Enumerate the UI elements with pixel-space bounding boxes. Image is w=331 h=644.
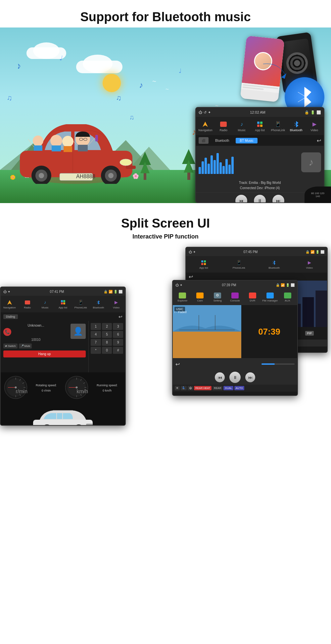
mid-auto-btn[interactable]: AUTO xyxy=(234,386,244,390)
nav-item-bluetooth[interactable]: Bluetooth xyxy=(287,118,305,134)
front-nav-phonelink[interactable]: 📱 PhoneLink xyxy=(72,296,90,312)
mid-prev-btn[interactable]: ⏮ xyxy=(215,372,225,382)
tab-btmusic[interactable]: BT Music xyxy=(236,138,258,143)
front-nav-radio[interactable]: Radio xyxy=(19,296,36,312)
front-nav-music[interactable]: ♪ Music xyxy=(36,296,54,312)
dialing-back[interactable]: ↩ xyxy=(118,314,122,319)
hangup-btn[interactable]: Hang up xyxy=(3,350,86,357)
bird-2: 〜 xyxy=(166,87,169,92)
back-nav-bluetooth[interactable]: Bluetooth xyxy=(257,256,292,273)
key-2[interactable]: 2 xyxy=(102,323,112,330)
play-pause-button[interactable]: ⏸ xyxy=(254,195,266,203)
key-5[interactable]: 5 xyxy=(102,331,112,338)
mid-app-explorer[interactable]: Explorer xyxy=(174,293,191,302)
mid-play-btn[interactable]: ⏸ xyxy=(229,372,241,383)
key-8[interactable]: 8 xyxy=(102,339,112,346)
filemanager-label: File manager xyxy=(262,299,278,302)
key-star[interactable]: * xyxy=(91,347,101,354)
mute-btn[interactable]: 🎤 Mute xyxy=(19,344,32,349)
mid-app-dvr[interactable]: DVR xyxy=(244,293,261,302)
key-9[interactable]: 9 xyxy=(113,339,123,346)
mid-dual-btn[interactable]: DUAL xyxy=(223,386,233,390)
switch-btn[interactable]: ⇄ Switch xyxy=(3,344,18,349)
time-display: 12:02 AM xyxy=(250,110,265,114)
numpad-area: 1 2 3 4 5 6 7 8 9 * 0 # xyxy=(89,321,125,372)
nav-item-video[interactable]: ▶ Video xyxy=(306,118,323,134)
front-wifi-icon: 📶 xyxy=(109,290,113,294)
music-note-6: ♩ xyxy=(179,67,181,75)
nav-item-navigation[interactable]: Navigation xyxy=(197,118,214,134)
mid-ac-power-icon[interactable]: ⏻ xyxy=(188,386,193,390)
rotating-speed-label: Rotating speed: 0 r/min xyxy=(31,383,62,393)
key-hash[interactable]: # xyxy=(113,347,123,354)
battery-icon: 🔋 xyxy=(310,110,315,115)
nav-label-applist: App list xyxy=(255,129,265,132)
mid-time: 07:39 PM xyxy=(222,283,236,287)
nav-item-radio[interactable]: Radio xyxy=(215,118,232,134)
front-nav-navigation[interactable]: Navigation xyxy=(1,296,19,312)
prev-button[interactable]: ⏮ xyxy=(235,195,247,203)
front-music-icon: ♪ xyxy=(41,299,49,305)
svg-marker-38 xyxy=(203,122,208,127)
car-ui-nav[interactable]: Navigation Radio ♪ Music xyxy=(196,117,324,135)
mid-app-setting[interactable]: ⚙ Setting xyxy=(209,293,226,302)
nav-item-applist[interactable]: App list xyxy=(251,118,269,134)
split-screens-container: ⏻ ✦ 07:45 PM 🔒 📶 🔋 ⬜ xyxy=(0,247,331,436)
dvr-icon xyxy=(249,293,256,298)
pip-label[interactable]: PIP xyxy=(305,331,314,336)
front-applist-icon xyxy=(59,299,67,305)
svg-point-83 xyxy=(15,387,17,389)
nav-item-phonelink[interactable]: 📱 PhoneLink xyxy=(269,118,287,134)
next-button[interactable]: ⏭ xyxy=(272,195,284,203)
nav-label-music: Music xyxy=(238,129,246,132)
split-title: Split Screen UI xyxy=(0,216,331,231)
back-phonelink-icon: 📱 xyxy=(235,260,243,266)
mid-return-icon[interactable]: ↩ xyxy=(175,361,180,367)
mid-app-console[interactable]: Console xyxy=(227,293,244,302)
front-lock-icon: 🔒 xyxy=(104,290,108,294)
svg-rect-55 xyxy=(315,291,327,327)
setting-icon: ⚙ xyxy=(214,293,221,298)
mid-app-aux[interactable]: AUX xyxy=(279,293,296,302)
mid-ac-seat-icon[interactable]: 💺 xyxy=(181,386,187,390)
tree-left xyxy=(139,152,151,180)
music-note-2: ♫ xyxy=(7,94,12,102)
front-radio-icon xyxy=(24,299,31,305)
key-3[interactable]: 3 xyxy=(113,323,123,330)
back-nav-applist[interactable]: App list xyxy=(186,256,221,273)
back-nav-video[interactable]: ▶ Video xyxy=(292,256,327,273)
mid-next-btn[interactable]: ⏭ xyxy=(245,372,255,382)
back-screen-nav[interactable]: App list 📱 PhoneLink Bluetooth xyxy=(186,256,327,273)
mid-rear-heat[interactable]: REAR HEAT xyxy=(194,386,212,390)
front-nav-video[interactable]: ▶ Video xyxy=(107,296,125,312)
mid-main-content: USIC r - Faded 07:39 xyxy=(173,305,297,358)
mid-ac-heat-icon[interactable]: ❄ xyxy=(175,386,180,390)
eq-bar-1 xyxy=(199,167,201,174)
back-wifi-icon: 📶 xyxy=(310,250,314,254)
mid-app-cam[interactable]: Cam xyxy=(192,293,209,302)
svg-rect-18 xyxy=(126,166,136,169)
key-4[interactable]: 4 xyxy=(91,331,101,338)
key-7[interactable]: 7 xyxy=(91,339,101,346)
key-0[interactable]: 0 xyxy=(102,347,112,354)
svg-point-95 xyxy=(76,387,78,389)
mid-wifi-icon: 📶 xyxy=(281,283,285,287)
back-nav-phonelink[interactable]: 📱 PhoneLink xyxy=(221,256,257,273)
tab-back-button[interactable]: ↩ xyxy=(317,137,321,144)
front-nav[interactable]: Navigation Radio ♪ Music xyxy=(1,296,125,312)
key-1[interactable]: 1 xyxy=(91,323,101,330)
mid-app-filemanager[interactable]: File manager xyxy=(261,293,278,302)
tab-bluetooth[interactable]: Bluetooth xyxy=(211,138,233,143)
nav-item-music[interactable]: ♪ Music xyxy=(233,118,251,134)
numpad-grid[interactable]: 1 2 3 4 5 6 7 8 9 * 0 # xyxy=(91,323,123,354)
running-val: 0 km/h xyxy=(103,389,112,392)
back-nav-label-video: Video xyxy=(306,266,313,269)
front-nav-bluetooth[interactable]: Bluetooth xyxy=(90,296,108,312)
mid-app-row[interactable]: Explorer Cam ⚙ Setting Console DVR xyxy=(173,289,297,305)
key-6[interactable]: 6 xyxy=(113,331,123,338)
front-nav-applist[interactable]: App list xyxy=(54,296,72,312)
back-return-icon[interactable]: ↩ xyxy=(189,274,193,280)
dialing-tab[interactable]: Dialing xyxy=(3,314,18,319)
call-action-btns[interactable]: ⇄ Switch 🎤 Mute xyxy=(3,344,86,349)
mid-status: 🔒 📶 🔋 ⬜ xyxy=(276,283,295,287)
